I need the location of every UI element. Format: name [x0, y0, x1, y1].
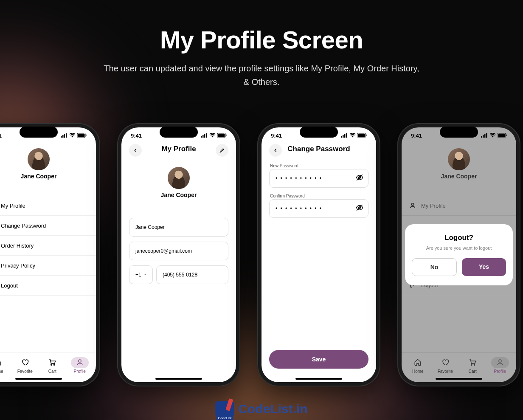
footer-brand: CodeList CodeList.in — [215, 401, 307, 417]
profile-menu: My Profile Change Password Order History… — [0, 196, 96, 352]
home-indicator — [155, 378, 202, 380]
topbar: Change Password — [262, 141, 376, 158]
email-field[interactable] — [129, 242, 228, 260]
avatar — [448, 148, 470, 170]
menu-privacy-policy[interactable]: Privacy Policy — [0, 256, 96, 276]
signal-icon — [61, 132, 67, 139]
confirm-password-field[interactable] — [269, 199, 368, 218]
page-subtitle: The user can updated and view the profil… — [100, 62, 423, 89]
eye-off-icon — [356, 204, 363, 211]
back-button[interactable] — [269, 144, 282, 157]
toggle-visibility-button[interactable] — [356, 204, 363, 213]
notch — [300, 127, 338, 138]
new-password-label: New Password — [269, 163, 368, 168]
modal-yes-button[interactable]: Yes — [462, 258, 506, 276]
modal-no-button[interactable]: No — [412, 258, 457, 276]
phone-frame: 9:41 My Profile Jane Cooper — [117, 123, 240, 386]
user-icon — [76, 358, 84, 366]
country-code-select[interactable]: +1 — [129, 265, 153, 284]
home-indicator — [436, 378, 482, 380]
menu-label: My Profile — [421, 203, 446, 209]
avatar — [168, 167, 190, 189]
status-time: 9:41 — [411, 132, 422, 139]
menu-order-history[interactable]: Order History — [0, 236, 96, 256]
home-indicator — [15, 378, 62, 380]
status-time: 9:41 — [271, 132, 282, 139]
svg-rect-15 — [204, 134, 205, 138]
phone-frame: 9:41 Jane Cooper My Profile Lo — [397, 123, 520, 386]
nav-home[interactable]: Home — [0, 357, 6, 374]
screen-title: Change Password — [287, 145, 350, 153]
menu-label: Order History — [1, 242, 34, 249]
back-button[interactable] — [129, 144, 142, 157]
svg-rect-16 — [206, 133, 207, 138]
nav-profile[interactable]: Profile — [71, 357, 89, 374]
user-icon — [496, 358, 504, 366]
cart-icon — [48, 358, 56, 366]
signal-icon — [481, 132, 488, 139]
pencil-icon — [219, 147, 225, 153]
menu-label: Logout — [1, 282, 18, 289]
battery-icon — [217, 132, 227, 139]
modal-title: Logout? — [412, 234, 506, 242]
bottom-nav: Home Favorite Cart Profile — [0, 352, 96, 376]
nav-label: Favorite — [17, 369, 33, 374]
modal-body: Are you sure you want to logout — [412, 245, 506, 251]
battery-icon — [498, 132, 507, 139]
brand-logo: CodeList — [215, 401, 234, 417]
cc-value: +1 — [135, 272, 141, 278]
user-icon — [409, 202, 416, 209]
svg-rect-13 — [201, 136, 202, 138]
name-field[interactable] — [129, 218, 228, 237]
phone-frame: 9:41 Change Password New Password — [257, 123, 380, 386]
page-title: My Profile Screen — [0, 25, 523, 54]
nav-label: Home — [412, 369, 424, 374]
toggle-visibility-button[interactable] — [356, 174, 363, 183]
nav-favorite: Favorite — [436, 357, 454, 374]
svg-point-41 — [499, 360, 501, 362]
svg-point-38 — [411, 203, 413, 206]
topbar: My Profile — [121, 141, 236, 158]
nav-label: Cart — [469, 369, 477, 374]
svg-point-10 — [51, 364, 52, 365]
menu-my-profile[interactable]: My Profile — [0, 196, 96, 216]
avatar — [28, 148, 50, 170]
svg-point-40 — [474, 364, 475, 365]
notch — [440, 127, 478, 138]
chevron-down-icon — [143, 273, 146, 277]
menu-change-password[interactable]: Change Password — [0, 216, 96, 236]
svg-rect-19 — [226, 135, 227, 136]
confirm-password-label: Confirm Password — [269, 194, 368, 198]
save-button[interactable]: Save — [269, 350, 368, 369]
menu-logout[interactable]: Logout — [0, 276, 96, 296]
logout-modal: Logout? Are you sure you want to logout … — [405, 224, 513, 285]
screen-title: My Profile — [161, 145, 196, 153]
menu-label: My Profile — [1, 203, 25, 209]
home-indicator — [295, 378, 342, 380]
battery-icon — [357, 132, 367, 139]
svg-rect-25 — [358, 134, 365, 137]
notch — [160, 127, 198, 138]
svg-rect-18 — [218, 134, 225, 137]
status-time: 9:41 — [131, 132, 142, 139]
svg-rect-0 — [61, 136, 62, 138]
nav-cart[interactable]: Cart — [43, 357, 61, 374]
new-password-field[interactable] — [269, 169, 368, 188]
svg-point-11 — [54, 364, 55, 365]
phone-frame: 9:41 Jane Cooper — [0, 123, 100, 386]
svg-rect-22 — [344, 134, 346, 138]
nav-label: Profile — [494, 369, 506, 374]
nav-label: Home — [0, 369, 3, 374]
svg-rect-2 — [64, 134, 65, 138]
phone-field[interactable] — [156, 265, 228, 284]
edit-button[interactable] — [216, 144, 228, 157]
chevron-left-icon — [273, 147, 278, 153]
nav-favorite[interactable]: Favorite — [16, 357, 34, 374]
bottom-nav: Home Favorite Cart Profile — [402, 352, 516, 376]
svg-rect-31 — [481, 136, 482, 138]
menu-label: Change Password — [1, 223, 46, 229]
wifi-icon — [209, 132, 216, 139]
chevron-left-icon — [132, 147, 138, 153]
wifi-icon — [489, 132, 496, 139]
svg-rect-5 — [78, 134, 85, 137]
